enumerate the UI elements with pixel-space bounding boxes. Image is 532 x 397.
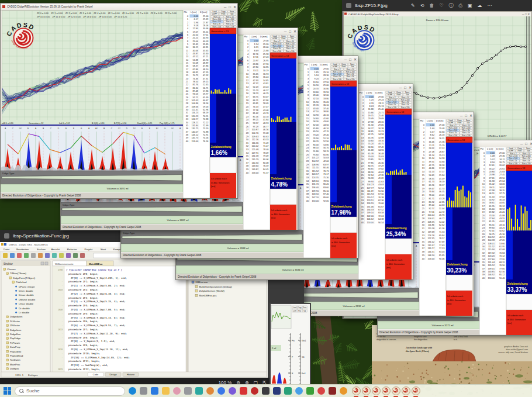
taskbar-icon-cadsd-7[interactable]	[412, 386, 420, 395]
struktur-panel[interactable]: StrukturClassesTfMain(TForm)DidgeForm(TO…	[1, 261, 50, 377]
svg-text:28: 28	[422, 218, 424, 220]
maximize-icon[interactable]: □	[465, 114, 467, 118]
close-icon[interactable]: ✕	[233, 5, 236, 9]
desktop: why the surfaceinside thedidgeridoo is u…	[0, 0, 532, 397]
close-icon[interactable]: ✕	[293, 29, 296, 33]
more-icon[interactable]: ⋯	[488, 3, 492, 8]
taskbar[interactable]: Suche	[0, 384, 532, 397]
taskbar-icon-people[interactable]	[173, 387, 181, 395]
svg-text:143.50: 143.50	[312, 193, 319, 195]
evolution-right-column[interactable]: PktL [cm]D [mm]00.0029.0012.1729.3925.96…	[183, 10, 237, 198]
svg-text:25.74: 25.74	[378, 105, 384, 108]
taskbar-icon-tv[interactable]	[240, 387, 247, 395]
taskbar-icon-mail[interactable]	[151, 387, 158, 395]
svg-text:Pkt: Pkt	[420, 120, 424, 122]
evolution-right-column[interactable]: PktL [cm]D [mm]00.0029.0011.2029.2424.76…	[358, 91, 413, 279]
geometry-table[interactable]: PktL [cm]D [mm]00.0029.0012.1729.3925.96…	[184, 10, 209, 143]
taskbar-icon-firefox[interactable]	[340, 387, 347, 395]
taskbar-icon-monitor[interactable]	[184, 387, 192, 395]
taskbar-icon-arc[interactable]	[217, 387, 225, 395]
evolution-right-column[interactable]: PktL [cm]D [mm]00.0029.0011.9429.2026.31…	[243, 34, 298, 230]
taskbar-icon-discord[interactable]	[229, 387, 236, 395]
taskbar-icon-red-app[interactable]	[317, 387, 325, 395]
svg-text:38: 38	[186, 134, 188, 136]
maximize-icon[interactable]: □	[404, 86, 406, 89]
minimize-icon[interactable]: ─	[399, 86, 402, 89]
evolution-right-column[interactable]: PktL [cm]D [mm]00.0029.0011.8529.1025.10…	[303, 63, 358, 258]
svg-text:procedure ZF3; begin;: procedure ZF3; begin;	[68, 296, 99, 299]
menu-ansicht: Ansicht	[51, 248, 60, 251]
close-icon[interactable]: ✕	[409, 85, 412, 89]
taskbar-icon-cadsd-6[interactable]	[402, 386, 410, 395]
taskbar-icon-excel[interactable]	[306, 387, 314, 395]
info-icon[interactable]: ⓘ	[449, 2, 454, 9]
designer-icon[interactable]: ▣	[468, 3, 472, 8]
evolution-right-column[interactable]: PktL [cm]D [mm]00.0029.0011.4029.4825.57…	[419, 119, 474, 316]
edit-icon[interactable]: ✎	[411, 3, 415, 8]
taskbar-icon-navy-app[interactable]	[273, 387, 281, 395]
taskbar-icon-dvd[interactable]	[329, 387, 336, 395]
svg-text:67.69: 67.69	[439, 241, 445, 243]
svg-text:Didge-Type: Didge-Type	[123, 232, 135, 234]
maximize-icon[interactable]: □	[525, 142, 527, 146]
geometry-table[interactable]: PktL [cm]D [mm]00.0029.0011.2029.2424.76…	[360, 91, 384, 224]
svg-text:92.05: 92.05	[323, 200, 329, 202]
svg-text:108.35: 108.35	[427, 221, 434, 223]
taskbar-icon-notes[interactable]	[195, 387, 203, 395]
taskbar-icon-settings[interactable]	[140, 387, 147, 395]
cloud-icon[interactable]: ☁	[478, 3, 482, 8]
taskbar-icon-cadsd-1[interactable]	[352, 386, 361, 395]
favorite-icon[interactable]: ♡	[439, 3, 443, 8]
rotate-icon[interactable]: ⟲	[420, 3, 424, 8]
delete-icon[interactable]: 🗑	[429, 3, 434, 8]
svg-text:69.50: 69.50	[313, 130, 319, 133]
working-note: Ich arbeite nochin 460. Generation[ms]	[446, 291, 472, 316]
taskbar-icon-photos[interactable]	[206, 387, 214, 395]
photo-toolbar[interactable]: ✎⟲🗑♡ⓘ⎙▣☁⋯	[411, 0, 492, 11]
close-icon[interactable]: ✕	[469, 113, 472, 118]
svg-text:L [cm]: L [cm]	[366, 92, 372, 94]
start-button[interactable]	[4, 387, 11, 395]
svg-text:inside the: inside the	[376, 336, 385, 338]
svg-text:47.52: 47.52	[192, 56, 198, 58]
project-panel[interactable]: DBEvo.exeBuild-Konfigurationen (Debug)Zi…	[188, 266, 267, 377]
svg-text:46.56: 46.56	[263, 129, 269, 131]
search-input[interactable]: Suche	[15, 386, 125, 396]
evolution-right-column[interactable]: PktL [cm]D [mm]00.0029.0011.4829.3625.02…	[479, 147, 532, 335]
close-icon[interactable]: ✕	[354, 57, 357, 61]
maximize-icon[interactable]: □	[229, 5, 231, 9]
geometry-table[interactable]: PktL [cm]D [mm]00.0029.0011.4829.3625.02…	[481, 147, 505, 279]
deviation-panel: Zielabweichung17,98%	[330, 87, 357, 217]
svg-text:58.35: 58.35	[429, 178, 434, 180]
taskbar-icon-explorer[interactable]	[162, 387, 170, 395]
taskbar-icon-cadsd-2[interactable]	[362, 386, 371, 395]
svg-text:44.50: 44.50	[323, 124, 329, 126]
taskbar-icon-cadsd-5[interactable]	[392, 386, 400, 395]
svg-text:in 460. Generation: in 460. Generation	[447, 299, 465, 302]
svg-text:9: 9	[187, 43, 188, 46]
svg-text:71.53: 71.53	[439, 231, 445, 233]
taskbar-icon-cadsd-4[interactable]	[382, 386, 391, 395]
svg-text:in 460. Generation: in 460. Generation	[331, 241, 350, 244]
minimize-icon[interactable]: ─	[344, 58, 347, 61]
taskbar-icon-media-5[interactable]	[251, 387, 258, 395]
minimize-icon[interactable]: ─	[520, 142, 523, 146]
maximize-icon[interactable]: □	[289, 30, 291, 33]
run-buttons[interactable]: LoadCopySaveuOFFPrintTabRun = 2Run = 10R…	[507, 147, 532, 165]
minimize-icon[interactable]: ─	[284, 30, 286, 33]
taskbar-icon-dark-app[interactable]	[262, 387, 270, 395]
taskbar-icon-cadsd-3[interactable]	[372, 386, 381, 395]
taskbar-icon-edge[interactable]	[129, 387, 136, 395]
tuner-scale-window[interactable]: LoadCopySaveuOffPlotTab2 mlFisFEGis1G1Fi…	[270, 303, 311, 390]
minimize-icon[interactable]: ─	[460, 114, 462, 118]
maximize-icon[interactable]: □	[349, 58, 351, 61]
minimize-icon[interactable]: ─	[224, 5, 226, 9]
cadsd-evolution-window[interactable]: CADSD DidgeR(E)volution Version 25.09.16…	[0, 3, 238, 199]
close-icon[interactable]: ✕	[530, 141, 532, 146]
taskbar-icon-cloud-app[interactable]	[295, 387, 303, 395]
taskbar-icon-teams[interactable]	[284, 387, 292, 395]
code-editor[interactable]: WillkommenseiteMainDBEvo1798{ Typischer …	[53, 261, 188, 377]
print-icon[interactable]: ⎙	[459, 3, 462, 9]
svg-text:4.76: 4.76	[369, 102, 374, 105]
svg-text:30.85: 30.85	[263, 66, 269, 68]
